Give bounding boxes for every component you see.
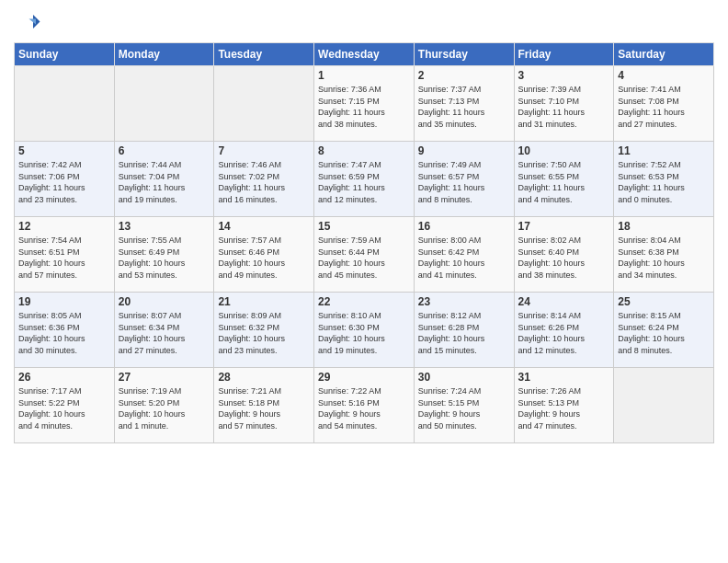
day-number: 31 <box>518 371 610 384</box>
day-cell: 9Sunrise: 7:49 AM Sunset: 6:57 PM Daylig… <box>414 142 514 217</box>
day-number: 16 <box>418 220 510 233</box>
day-cell: 6Sunrise: 7:44 AM Sunset: 7:04 PM Daylig… <box>114 142 214 217</box>
day-info: Sunrise: 7:21 AM Sunset: 5:18 PM Dayligh… <box>218 385 310 431</box>
day-info: Sunrise: 7:37 AM Sunset: 7:13 PM Dayligh… <box>418 84 510 130</box>
day-number: 25 <box>618 295 710 308</box>
day-number: 23 <box>418 295 510 308</box>
day-number: 17 <box>518 220 610 233</box>
day-number: 5 <box>18 144 110 157</box>
day-cell: 28Sunrise: 7:21 AM Sunset: 5:18 PM Dayli… <box>214 368 314 443</box>
day-number: 18 <box>618 220 710 233</box>
calendar-table: SundayMondayTuesdayWednesdayThursdayFrid… <box>14 42 714 443</box>
day-cell: 17Sunrise: 8:02 AM Sunset: 6:40 PM Dayli… <box>514 217 614 293</box>
day-cell: 2Sunrise: 7:37 AM Sunset: 7:13 PM Daylig… <box>414 66 514 142</box>
day-cell: 12Sunrise: 7:54 AM Sunset: 6:51 PM Dayli… <box>15 217 115 293</box>
day-cell: 23Sunrise: 8:12 AM Sunset: 6:28 PM Dayli… <box>414 293 514 368</box>
day-info: Sunrise: 7:24 AM Sunset: 5:15 PM Dayligh… <box>418 385 510 431</box>
day-cell: 25Sunrise: 8:15 AM Sunset: 6:24 PM Dayli… <box>614 293 714 368</box>
calendar-body: 1Sunrise: 7:36 AM Sunset: 7:15 PM Daylig… <box>15 66 714 443</box>
day-cell: 16Sunrise: 8:00 AM Sunset: 6:42 PM Dayli… <box>414 217 514 293</box>
day-cell: 20Sunrise: 8:07 AM Sunset: 6:34 PM Dayli… <box>114 293 214 368</box>
day-info: Sunrise: 7:44 AM Sunset: 7:04 PM Dayligh… <box>119 159 210 205</box>
day-cell: 14Sunrise: 7:57 AM Sunset: 6:46 PM Dayli… <box>214 217 314 293</box>
day-cell: 4Sunrise: 7:41 AM Sunset: 7:08 PM Daylig… <box>614 66 714 142</box>
day-cell: 30Sunrise: 7:24 AM Sunset: 5:15 PM Dayli… <box>414 368 514 443</box>
header <box>14 9 714 37</box>
day-number: 26 <box>18 371 110 384</box>
day-info: Sunrise: 7:55 AM Sunset: 6:49 PM Dayligh… <box>119 235 210 281</box>
day-info: Sunrise: 8:05 AM Sunset: 6:36 PM Dayligh… <box>18 310 110 356</box>
day-cell: 31Sunrise: 7:26 AM Sunset: 5:13 PM Dayli… <box>514 368 614 443</box>
day-number: 24 <box>518 295 610 308</box>
day-number: 14 <box>218 220 310 233</box>
day-info: Sunrise: 7:17 AM Sunset: 5:22 PM Dayligh… <box>18 385 110 431</box>
day-number: 3 <box>518 69 610 82</box>
week-row-3: 12Sunrise: 7:54 AM Sunset: 6:51 PM Dayli… <box>15 217 714 293</box>
day-cell: 3Sunrise: 7:39 AM Sunset: 7:10 PM Daylig… <box>514 66 614 142</box>
weekday-header-saturday: Saturday <box>614 43 714 66</box>
weekday-header-monday: Monday <box>114 43 214 66</box>
day-info: Sunrise: 7:22 AM Sunset: 5:16 PM Dayligh… <box>318 385 410 431</box>
week-row-5: 26Sunrise: 7:17 AM Sunset: 5:22 PM Dayli… <box>15 368 714 443</box>
day-cell: 18Sunrise: 8:04 AM Sunset: 6:38 PM Dayli… <box>614 217 714 293</box>
day-info: Sunrise: 7:49 AM Sunset: 6:57 PM Dayligh… <box>418 159 510 205</box>
day-cell <box>614 368 714 443</box>
day-cell: 13Sunrise: 7:55 AM Sunset: 6:49 PM Dayli… <box>114 217 214 293</box>
day-cell: 19Sunrise: 8:05 AM Sunset: 6:36 PM Dayli… <box>15 293 115 368</box>
day-number: 4 <box>618 69 710 82</box>
day-info: Sunrise: 7:52 AM Sunset: 6:53 PM Dayligh… <box>618 159 710 205</box>
weekday-header-tuesday: Tuesday <box>214 43 314 66</box>
logo-icon <box>14 9 41 37</box>
day-info: Sunrise: 8:09 AM Sunset: 6:32 PM Dayligh… <box>218 310 310 356</box>
day-number: 15 <box>318 220 410 233</box>
day-number: 19 <box>18 295 110 308</box>
day-number: 9 <box>418 144 510 157</box>
day-number: 27 <box>119 371 210 384</box>
day-cell: 27Sunrise: 7:19 AM Sunset: 5:20 PM Dayli… <box>114 368 214 443</box>
day-number: 12 <box>18 220 110 233</box>
day-cell: 7Sunrise: 7:46 AM Sunset: 7:02 PM Daylig… <box>214 142 314 217</box>
day-info: Sunrise: 7:47 AM Sunset: 6:59 PM Dayligh… <box>318 159 410 205</box>
day-info: Sunrise: 7:41 AM Sunset: 7:08 PM Dayligh… <box>618 84 710 130</box>
day-number: 13 <box>119 220 210 233</box>
day-cell: 10Sunrise: 7:50 AM Sunset: 6:55 PM Dayli… <box>514 142 614 217</box>
day-cell: 21Sunrise: 8:09 AM Sunset: 6:32 PM Dayli… <box>214 293 314 368</box>
day-cell: 29Sunrise: 7:22 AM Sunset: 5:16 PM Dayli… <box>314 368 415 443</box>
day-cell: 5Sunrise: 7:42 AM Sunset: 7:06 PM Daylig… <box>15 142 115 217</box>
day-number: 29 <box>318 371 410 384</box>
day-info: Sunrise: 7:39 AM Sunset: 7:10 PM Dayligh… <box>518 84 610 130</box>
day-info: Sunrise: 7:54 AM Sunset: 6:51 PM Dayligh… <box>18 235 110 281</box>
day-cell: 24Sunrise: 8:14 AM Sunset: 6:26 PM Dayli… <box>514 293 614 368</box>
day-info: Sunrise: 8:07 AM Sunset: 6:34 PM Dayligh… <box>119 310 210 356</box>
weekday-header-friday: Friday <box>514 43 614 66</box>
day-cell: 8Sunrise: 7:47 AM Sunset: 6:59 PM Daylig… <box>314 142 415 217</box>
week-row-4: 19Sunrise: 8:05 AM Sunset: 6:36 PM Dayli… <box>15 293 714 368</box>
week-row-1: 1Sunrise: 7:36 AM Sunset: 7:15 PM Daylig… <box>15 66 714 142</box>
day-number: 21 <box>218 295 310 308</box>
day-info: Sunrise: 7:59 AM Sunset: 6:44 PM Dayligh… <box>318 235 410 281</box>
day-cell: 26Sunrise: 7:17 AM Sunset: 5:22 PM Dayli… <box>15 368 115 443</box>
weekday-header-thursday: Thursday <box>414 43 514 66</box>
weekday-row: SundayMondayTuesdayWednesdayThursdayFrid… <box>15 43 714 66</box>
day-info: Sunrise: 7:26 AM Sunset: 5:13 PM Dayligh… <box>518 385 610 431</box>
day-number: 7 <box>218 144 310 157</box>
day-info: Sunrise: 7:46 AM Sunset: 7:02 PM Dayligh… <box>218 159 310 205</box>
day-info: Sunrise: 8:15 AM Sunset: 6:24 PM Dayligh… <box>618 310 710 356</box>
day-info: Sunrise: 8:14 AM Sunset: 6:26 PM Dayligh… <box>518 310 610 356</box>
day-cell: 15Sunrise: 7:59 AM Sunset: 6:44 PM Dayli… <box>314 217 415 293</box>
day-number: 2 <box>418 69 510 82</box>
day-info: Sunrise: 8:12 AM Sunset: 6:28 PM Dayligh… <box>418 310 510 356</box>
day-cell <box>214 66 314 142</box>
weekday-header-sunday: Sunday <box>15 43 115 66</box>
day-info: Sunrise: 7:36 AM Sunset: 7:15 PM Dayligh… <box>318 84 410 130</box>
day-info: Sunrise: 7:42 AM Sunset: 7:06 PM Dayligh… <box>18 159 110 205</box>
day-cell <box>114 66 214 142</box>
day-info: Sunrise: 8:02 AM Sunset: 6:40 PM Dayligh… <box>518 235 610 281</box>
day-info: Sunrise: 7:57 AM Sunset: 6:46 PM Dayligh… <box>218 235 310 281</box>
day-number: 11 <box>618 144 710 157</box>
day-number: 1 <box>318 69 410 82</box>
day-info: Sunrise: 8:10 AM Sunset: 6:30 PM Dayligh… <box>318 310 410 356</box>
logo <box>14 9 45 37</box>
day-number: 6 <box>119 144 210 157</box>
weekday-header-wednesday: Wednesday <box>314 43 415 66</box>
